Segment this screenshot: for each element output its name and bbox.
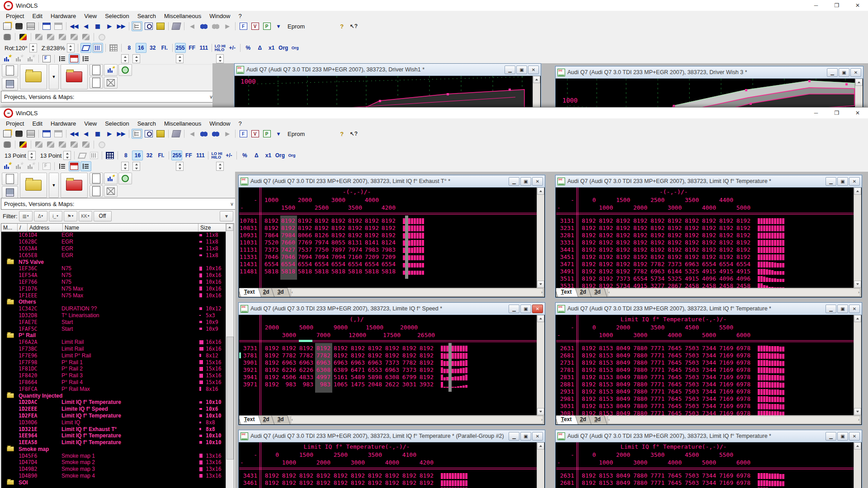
value-spinner-down[interactable] — [176, 59, 183, 63]
data-cell[interactable]: 8192 — [580, 410, 596, 415]
data-cell[interactable]: 6978 — [734, 403, 750, 409]
data-cell[interactable]: 8192 — [331, 472, 348, 479]
data-cell[interactable]: 8192 — [631, 253, 647, 260]
data-cell[interactable]: 8049 — [614, 403, 630, 409]
map-row[interactable]: 1D45F6Smoke map 113x16 — [1, 452, 226, 459]
data-cell[interactable]: 7344 — [700, 345, 716, 352]
data-cell[interactable]: 6554 — [296, 261, 312, 267]
data-cell[interactable]: 8192 — [597, 275, 613, 282]
data-cell[interactable]: 8192 — [734, 253, 750, 260]
data-cell[interactable]: 8192 — [700, 246, 716, 253]
data-cell[interactable]: 8192 — [648, 253, 665, 260]
data-cell[interactable]: 7344 — [700, 472, 716, 479]
data-cell[interactable]: 8192 — [279, 225, 295, 231]
data-cell[interactable]: 7046 — [263, 253, 278, 260]
data-cell[interactable]: 7344 — [700, 479, 716, 486]
tab-3d[interactable]: 3d — [271, 415, 291, 424]
data-cell[interactable]: 7373 — [665, 261, 682, 267]
axis-x-spinner[interactable] — [121, 54, 129, 63]
data-cell[interactable]: 7983 — [380, 246, 396, 253]
eraser-icon[interactable] — [171, 129, 182, 139]
close-button[interactable]: ✕ — [847, 0, 868, 11]
vertical-scrollbar[interactable] — [854, 315, 861, 415]
interpolation-x-spinner[interactable]: 13 Point — [3, 151, 36, 160]
data-cell[interactable]: 8192 — [597, 246, 613, 253]
map-row[interactable]: 1EF766N7510x16 — [1, 279, 226, 286]
data-cell[interactable]: 7169 — [717, 366, 733, 373]
minimize-button[interactable]: ─ — [806, 0, 826, 11]
scroll-down-button[interactable] — [537, 281, 544, 288]
data-cell[interactable]: 7537 — [296, 246, 312, 253]
scroll-down-button[interactable] — [854, 281, 861, 288]
data-cell[interactable]: 8192 — [331, 345, 348, 352]
map-row[interactable]: 1FAE7EStart10x9 — [1, 319, 226, 325]
data-cell[interactable]: 8192 — [346, 232, 362, 239]
minimize-button[interactable]: ▁ — [827, 68, 838, 77]
eraser-icon[interactable] — [171, 21, 182, 31]
width-8bit-button[interactable]: 8 — [124, 43, 135, 53]
pane-dropdown-button[interactable]: ▼ — [220, 211, 233, 221]
map-row[interactable]: 1D2FEALimit IQ f° Temperature10x10 — [1, 413, 226, 419]
projects-versions-maps-dropdown[interactable]: Projects, Versions & Maps: ∨ — [1, 198, 237, 210]
data-cell[interactable]: 7373 — [614, 275, 630, 282]
surface-view-icon[interactable] — [77, 150, 88, 160]
data-cell[interactable]: 8192 — [614, 232, 630, 239]
data-cell[interactable]: 6963 — [297, 359, 313, 366]
data-cell[interactable]: 8192 — [314, 472, 330, 479]
data-cell[interactable]: 6963 — [366, 359, 382, 366]
map-row[interactable]: 1C62BCEGR11x8 — [1, 239, 226, 245]
data-cell[interactable]: 8192 — [366, 345, 382, 352]
data-cell[interactable]: 8192 — [417, 345, 434, 352]
tab-text[interactable]: Text — [556, 415, 578, 424]
map-window-temp_top[interactable]: Audi Q7 (Audi Q7 3.0 TDI 233 MP+EGR 2007… — [555, 175, 862, 298]
axis-x-spinner-down[interactable] — [122, 166, 128, 170]
data-cell[interactable]: 8192 — [717, 232, 733, 239]
data-cell[interactable]: 7771 — [648, 381, 665, 388]
data-cell[interactable]: 4915 — [734, 268, 750, 275]
data-cell[interactable]: 7645 — [665, 403, 682, 409]
help-button[interactable]: ? — [336, 21, 347, 31]
axis-x-spinner-up[interactable] — [122, 55, 128, 59]
scroll-left-button[interactable]: ‹ — [292, 418, 293, 422]
brush-hash-icon[interactable] — [80, 140, 91, 150]
data-cell[interactable]: 8192 — [383, 479, 399, 486]
map-table-button[interactable]: ▦ — [92, 21, 103, 31]
data-cell[interactable]: 8192 — [280, 479, 296, 486]
map-row[interactable]: 1C63A4EGR11x8 — [1, 245, 226, 252]
close-button[interactable]: ✕ — [532, 432, 543, 441]
data-cell[interactable]: 8192 — [297, 479, 313, 486]
folder-row[interactable]: SOI — [1, 479, 226, 486]
data-cell[interactable]: 8192 — [417, 472, 434, 479]
data-cell[interactable]: 8049 — [614, 479, 630, 486]
data-cell[interactable]: 8192 — [400, 352, 416, 359]
data-cell[interactable]: 8192 — [417, 374, 434, 380]
close-button[interactable]: ✕ — [850, 68, 861, 77]
data-cell[interactable]: 8192 — [280, 472, 296, 479]
data-cell[interactable]: 6963 — [314, 359, 330, 366]
back-button[interactable]: ◀ — [187, 21, 198, 31]
maximize-button[interactable]: ▣ — [520, 432, 531, 441]
data-cell[interactable]: 8192 — [417, 352, 434, 359]
data-cell[interactable]: 7974 — [313, 239, 329, 246]
interpolation-y-spinner-spinner-up[interactable] — [64, 151, 71, 155]
data-cell[interactable]: 7209 — [363, 253, 379, 260]
menu-miscellaneous[interactable]: Miscellaneous — [160, 12, 205, 20]
data-cell[interactable]: 8153 — [597, 374, 613, 380]
brush-gradient-icon[interactable] — [69, 32, 80, 42]
menu-project[interactable]: Project — [2, 12, 28, 20]
data-cell[interactable]: 6554 — [263, 261, 278, 267]
data-cell[interactable]: 4915 — [631, 282, 647, 288]
data-cell[interactable]: 8192 — [614, 225, 630, 231]
data-cell[interactable]: 8192 — [263, 217, 278, 224]
offset-spinner-up[interactable] — [217, 162, 223, 166]
data-cell[interactable]: 7897 — [330, 246, 345, 253]
filter-flag-button[interactable]: ⚑▾ — [64, 211, 77, 221]
new-document-button[interactable] — [2, 64, 18, 77]
projects-versions-maps-dropdown[interactable]: Projects, Versions & Maps: ∨ — [1, 91, 216, 103]
data-cell[interactable]: 7503 — [683, 345, 699, 352]
map-row[interactable]: 1F73BCLimit Rail16x16 — [1, 346, 226, 352]
data-cell[interactable]: 8192 — [614, 268, 630, 275]
data-cell[interactable]: 8153 — [597, 359, 613, 366]
map-text-view[interactable]: -(-,-)/--1000200030004000-15002500350042… — [239, 188, 537, 288]
data-cell[interactable]: 5818 — [330, 268, 345, 275]
